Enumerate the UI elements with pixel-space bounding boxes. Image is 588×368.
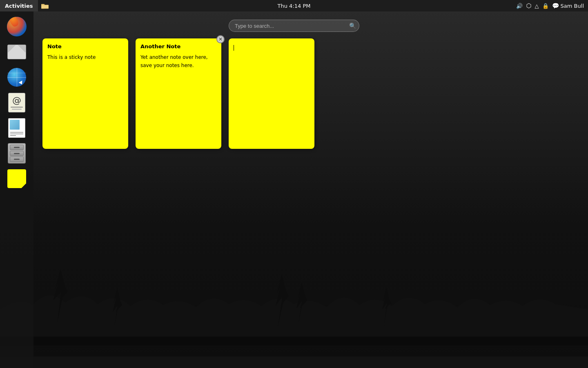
sidebar-item-mail[interactable] — [5, 40, 29, 64]
user-label: Sam Bull — [561, 3, 584, 9]
sticky-note-3[interactable] — [229, 38, 314, 149]
note2-title: Another Note — [140, 43, 216, 49]
note1-title: Note — [47, 43, 123, 49]
clock-display[interactable]: Thu 4:14 PM — [278, 3, 311, 9]
sidebar-item-browser[interactable] — [5, 65, 29, 89]
search-bar-container: 🔍 — [229, 20, 359, 32]
activities-button[interactable]: Activities — [0, 0, 38, 11]
chat-icon: 💬 — [552, 2, 559, 9]
sidebar-item-writer[interactable] — [5, 116, 29, 140]
lock-icon[interactable]: 🔒 — [542, 3, 549, 9]
system-tray: 🔊 ⬡ △ 🔒 💬 Sam Bull — [516, 0, 588, 11]
search-icon: 🔍 — [349, 22, 356, 29]
sidebar-item-stickynotes[interactable] — [5, 167, 29, 191]
notes-area: Note This is a sticky note ✕ Another Not… — [36, 35, 588, 152]
note2-body: Yet another note over here, save your no… — [140, 54, 208, 68]
wifi-icon[interactable]: △ — [535, 3, 539, 9]
search-input[interactable] — [229, 20, 359, 32]
landscape-silhouette — [0, 256, 588, 346]
desktop: 🔍 — [0, 11, 588, 368]
sidebar-item-addressbook[interactable]: @ — [5, 91, 29, 114]
topbar: Activities Thu 4:14 PM 🔊 ⬡ △ 🔒 💬 Sam Bul… — [0, 0, 588, 11]
chat-user-area[interactable]: 💬 Sam Bull — [552, 2, 584, 9]
bluetooth-icon[interactable]: ⬡ — [526, 2, 531, 9]
files-icon[interactable] — [41, 2, 49, 9]
sticky-note-1[interactable]: Note This is a sticky note — [42, 38, 128, 149]
svg-rect-1 — [41, 5, 49, 9]
sidebar-dock: @ — [0, 11, 33, 368]
sidebar-item-firefox[interactable] — [5, 15, 29, 38]
note3-body — [234, 45, 234, 51]
bottom-bar — [0, 357, 588, 368]
sidebar-item-cabinet[interactable] — [5, 141, 29, 165]
sticky-note-2[interactable]: ✕ Another Note Yet another note over her… — [136, 38, 221, 149]
text-cursor — [234, 45, 234, 51]
note1-body: This is a sticky note — [47, 54, 96, 60]
sound-icon[interactable]: 🔊 — [516, 3, 523, 9]
note2-close-button[interactable]: ✕ — [216, 35, 225, 43]
